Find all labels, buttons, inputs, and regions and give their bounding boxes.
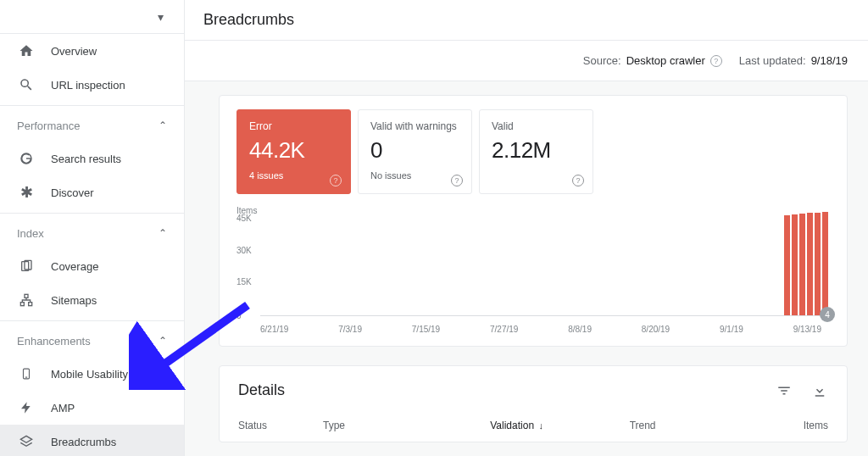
chart-xtick: 9/13/19 xyxy=(793,325,821,334)
sidebar-item-label: AMP xyxy=(51,402,75,414)
chart-bar xyxy=(799,214,805,315)
sidebar-item-discover[interactable]: ✱ Discover xyxy=(0,175,184,209)
section-header-enhancements[interactable]: Enhancements ⌃ xyxy=(0,325,184,357)
sidebar-item-mobile-usability[interactable]: Mobile Usability xyxy=(0,357,184,391)
chevron-down-icon: ▾ xyxy=(158,10,164,24)
breadcrumbs-icon xyxy=(17,432,36,451)
stat-value: 44.2K xyxy=(249,137,338,164)
metabar: Source: Desktop crawler ? Last updated: … xyxy=(185,41,868,81)
section-title: Performance xyxy=(17,120,80,132)
divider xyxy=(0,320,184,321)
stats-row: Error 44.2K 4 issues ? Valid with warnin… xyxy=(236,109,830,194)
stat-tile-warnings[interactable]: Valid with warnings 0 No issues ? xyxy=(358,109,472,194)
section-header-index[interactable]: Index ⌃ xyxy=(0,217,184,249)
chart-bars xyxy=(784,212,828,315)
svg-rect-3 xyxy=(25,294,28,298)
details-card: Details Status Type Validation xyxy=(219,365,848,442)
stat-tile-valid[interactable]: Valid 2.12M ? xyxy=(479,109,593,194)
stat-value: 0 xyxy=(370,137,459,164)
discover-icon: ✱ xyxy=(17,183,36,202)
source-value: Desktop crawler xyxy=(626,54,705,67)
chart-ytick: 45K xyxy=(236,214,252,223)
divider xyxy=(0,105,184,106)
search-icon xyxy=(17,75,36,94)
sidebar-item-overview[interactable]: Overview xyxy=(0,34,184,68)
summary-card: Error 44.2K 4 issues ? Valid with warnin… xyxy=(219,95,848,347)
stat-label: Valid with warnings xyxy=(370,120,459,132)
stat-label: Error xyxy=(249,120,338,132)
chart-xtick: 8/20/19 xyxy=(642,325,670,334)
stat-tile-error[interactable]: Error 44.2K 4 issues ? xyxy=(236,109,351,194)
sidebar-item-label: URL inspection xyxy=(51,79,125,92)
th-items[interactable]: Items xyxy=(769,420,828,431)
sitemaps-icon xyxy=(17,291,36,309)
chart-xtick: 7/3/19 xyxy=(338,325,362,334)
th-type[interactable]: Type xyxy=(323,420,490,431)
sidebar-item-coverage[interactable]: Coverage xyxy=(0,249,184,283)
th-status[interactable]: Status xyxy=(238,420,323,431)
chart-ytick: 30K xyxy=(236,245,252,254)
section-title: Enhancements xyxy=(17,335,91,348)
chart-xtick: 6/21/19 xyxy=(260,325,288,334)
chart: Items 45K 30K 15K 0 xyxy=(236,209,830,334)
chevron-up-icon: ⌃ xyxy=(159,120,167,131)
chevron-up-icon: ⌃ xyxy=(159,227,167,239)
sidebar-item-label: Coverage xyxy=(51,260,98,273)
chart-xtick: 8/8/19 xyxy=(568,325,592,334)
svg-rect-5 xyxy=(29,303,32,306)
help-icon[interactable]: ? xyxy=(572,175,584,186)
stat-label: Valid xyxy=(492,120,581,132)
chevron-up-icon: ⌃ xyxy=(159,335,167,347)
chart-bar xyxy=(784,215,790,315)
help-icon[interactable]: ? xyxy=(710,55,722,67)
sidebar-item-search-results[interactable]: Search results xyxy=(0,142,184,175)
details-table-header: Status Type Validation ↓ Trend Items xyxy=(238,420,828,431)
section-title: Index xyxy=(17,227,44,240)
google-icon xyxy=(17,149,36,168)
home-icon xyxy=(17,42,36,60)
sidebar-item-label: Discover xyxy=(51,186,94,199)
download-icon[interactable] xyxy=(811,382,828,399)
chart-xaxis: 6/21/19 7/3/19 7/15/19 7/27/19 8/8/19 8/… xyxy=(260,316,830,334)
filter-icon[interactable] xyxy=(776,382,793,399)
updated-label: Last updated: xyxy=(739,54,806,67)
th-trend[interactable]: Trend xyxy=(630,420,769,431)
chart-ytick: 0 xyxy=(236,311,242,320)
svg-rect-4 xyxy=(20,303,24,306)
mobile-icon xyxy=(17,364,36,383)
chart-ytick: 15K xyxy=(236,277,252,286)
sidebar-item-url-inspection[interactable]: URL inspection xyxy=(0,68,184,102)
details-title: Details xyxy=(238,381,285,399)
sidebar: ▾ Overview URL inspection Performance ⌃ … xyxy=(0,0,185,456)
coverage-icon xyxy=(17,257,36,275)
stat-value: 2.12M xyxy=(492,137,581,164)
source-label: Source: xyxy=(583,54,621,67)
th-validation[interactable]: Validation ↓ xyxy=(490,420,629,431)
main-content: Breadcrumbs Source: Desktop crawler ? La… xyxy=(185,0,868,456)
stat-sub: No issues xyxy=(370,170,459,181)
sort-down-icon: ↓ xyxy=(538,420,543,431)
sidebar-item-amp[interactable]: AMP xyxy=(0,391,184,425)
property-dropdown[interactable]: ▾ xyxy=(0,0,184,34)
sidebar-item-label: Overview xyxy=(51,45,97,58)
chart-bar xyxy=(792,214,798,315)
updated-value: 9/18/19 xyxy=(811,54,848,67)
sidebar-item-label: Mobile Usability xyxy=(51,368,128,381)
chart-xtick: 7/15/19 xyxy=(412,325,440,334)
amp-icon xyxy=(17,398,36,417)
sidebar-item-sitemaps[interactable]: Sitemaps xyxy=(0,283,184,317)
sidebar-item-breadcrumbs[interactable]: Breadcrumbs xyxy=(0,425,184,456)
chart-badge[interactable]: 4 xyxy=(820,307,835,322)
chart-area: 45K 30K 15K 0 4 xyxy=(260,209,830,316)
page-title: Breadcrumbs xyxy=(203,11,294,29)
divider xyxy=(0,213,184,214)
section-header-performance[interactable]: Performance ⌃ xyxy=(0,109,184,142)
help-icon[interactable]: ? xyxy=(330,175,342,186)
chart-bar xyxy=(815,213,821,315)
titlebar: Breadcrumbs xyxy=(185,0,868,41)
help-icon[interactable]: ? xyxy=(451,175,463,186)
chart-xtick: 9/1/19 xyxy=(720,325,743,334)
chart-bar xyxy=(822,212,828,315)
stat-sub: 4 issues xyxy=(249,170,338,181)
sidebar-item-label: Sitemaps xyxy=(51,294,97,307)
